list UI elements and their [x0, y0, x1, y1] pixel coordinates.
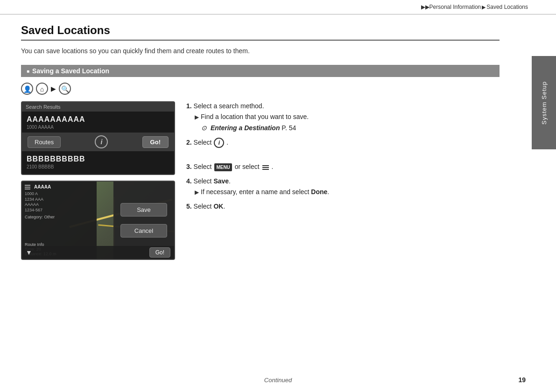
screen1-item-a: AAAAAAAAAA — [22, 112, 174, 125]
step-5-text: Select OK. — [194, 203, 225, 210]
screen1-routes-button[interactable]: Routes — [28, 136, 61, 148]
step-4: 4. Select Save. ▶ If necessary, enter a … — [186, 176, 500, 197]
s2-address-line1: 1000 A — [25, 191, 94, 197]
main-content: Saved Locations You can save locations s… — [0, 14, 532, 269]
step-2: 2. Select i . — [186, 138, 500, 148]
step-1-sub-text: Find a location that you want to save. — [201, 112, 309, 122]
footer-continued: Continued — [0, 377, 556, 384]
step-1-ref: ⊙ Entering a Destination P. 54 — [201, 123, 500, 133]
hamburger-icon — [25, 185, 30, 189]
breadcrumb-part1: Personal Information — [429, 4, 481, 10]
screen1-item-b: BBBBBBBBBB — [22, 151, 174, 164]
step-4-arrow-icon: ▶ — [195, 188, 199, 196]
info-icon: i — [214, 138, 224, 148]
step-1-arrow-icon: ▶ — [195, 113, 199, 121]
section-header: Saving a Saved Location — [21, 65, 500, 77]
s2-panel-top: AAAAA 1000 A 1234 AAA AAAAA 1234-567 Cat… — [25, 184, 94, 220]
search-icon: 🔍 — [59, 83, 71, 95]
s2-icon-row: AAAAA — [25, 184, 94, 189]
step-2-text-pre: Select — [194, 139, 214, 146]
ref-icon: ⊙ — [201, 124, 207, 132]
ref-page: P. 54 — [282, 124, 296, 132]
step-4-done-bold: Done — [311, 188, 327, 196]
s2-category: Category: Other — [25, 215, 94, 219]
spacer — [186, 153, 500, 162]
screen1-mockup: Search Results AAAAAAAAAA 1000 AAAAA Rou… — [21, 101, 175, 175]
screenshots-column: Search Results AAAAAAAAAA 1000 AAAAA Rou… — [21, 101, 175, 260]
screen1-item-a-sub: 1000 AAAAA — [22, 125, 174, 133]
s2-address-line3: AAAAA — [25, 202, 94, 208]
step-5-number: 5. — [186, 203, 192, 210]
screen2-save-button[interactable]: Save — [120, 203, 167, 217]
screen2-go-button[interactable]: Go! — [149, 247, 170, 258]
entering-destination-ref: Entering a Destination — [211, 124, 280, 132]
screen1-buttons: Routes i Go! — [22, 133, 174, 151]
s2-address-line2: 1234 AAA — [25, 197, 94, 203]
step-2-number: 2. — [186, 139, 192, 146]
icon-row: 👤 ⌂ ▶ 🔍 — [21, 83, 500, 95]
step-4-save-bold: Save — [213, 177, 229, 185]
breadcrumb: ▶▶ Personal Information ▶ Saved Location… — [0, 0, 556, 14]
step-3-period: . — [271, 163, 273, 170]
list-icon — [262, 165, 269, 170]
screen2-mockup: AAAAA 1000 A 1234 AAA AAAAA 1234-567 Cat… — [21, 181, 175, 260]
content-area: Search Results AAAAAAAAAA 1000 AAAAA Rou… — [21, 101, 500, 260]
breadcrumb-arrow2: ▶ — [482, 4, 486, 10]
step-2-period: . — [226, 139, 228, 146]
s2-address: 1000 A 1234 AAA AAAAA 1234-567 — [25, 191, 94, 213]
step-4-number: 4. — [186, 177, 192, 185]
step-3-text-pre: Select — [194, 163, 214, 170]
section-title: Saving a Saved Location — [32, 67, 109, 75]
page-number: 19 — [518, 376, 526, 384]
breadcrumb-arrows: ▶▶ — [421, 4, 429, 10]
screen1-item-b-sub: 2100 BBBBB — [22, 164, 174, 174]
s2-location-name: AAAAA — [34, 184, 51, 189]
screen1-header: Search Results — [22, 102, 174, 112]
step-1-sub: ▶ Find a location that you want to save. — [195, 112, 500, 122]
step-4-sub-text: If necessary, enter a name and select Do… — [201, 187, 329, 197]
step-4-sub: ▶ If necessary, enter a name and select … — [195, 187, 500, 197]
screen2-cancel-button[interactable]: Cancel — [120, 224, 167, 238]
step-3-text-mid: or select — [235, 163, 261, 170]
screen1-go-button[interactable]: Go! — [142, 136, 169, 148]
system-setup-label: System Setup — [541, 81, 548, 125]
step-4-text: Select Save. — [194, 177, 231, 185]
subtitle: You can save locations so you can quickl… — [21, 47, 500, 55]
step-1-number: 1. — [186, 102, 192, 110]
screen1-info-icon[interactable]: i — [95, 135, 108, 148]
home-icon-circle: ⌂ — [36, 83, 48, 95]
menu-button-icon: MENU — [214, 163, 232, 171]
title-divider — [21, 40, 500, 41]
arrow-icon: ▶ — [51, 85, 56, 92]
instructions-column: 1. Select a search method. ▶ Find a loca… — [186, 101, 500, 216]
step-1-text: Select a search method. — [194, 102, 264, 110]
person-icon: 👤 — [21, 83, 33, 95]
s2-address-line4: 1234-567 — [25, 208, 94, 213]
step-5-ok-bold: OK — [213, 203, 223, 210]
step-1: 1. Select a search method. ▶ Find a loca… — [186, 101, 500, 133]
step-3: 3. Select MENU or select . — [186, 162, 500, 172]
system-setup-tab: System Setup — [532, 56, 556, 149]
screen2-bottom-row: ▼ Go! — [22, 246, 174, 259]
page-title: Saved Locations — [21, 24, 500, 37]
down-arrow-icon: ▼ — [26, 249, 32, 256]
step-5: 5. Select OK. — [186, 202, 500, 211]
step-3-number: 3. — [186, 163, 192, 170]
breadcrumb-part2: Saved Locations — [486, 4, 528, 10]
